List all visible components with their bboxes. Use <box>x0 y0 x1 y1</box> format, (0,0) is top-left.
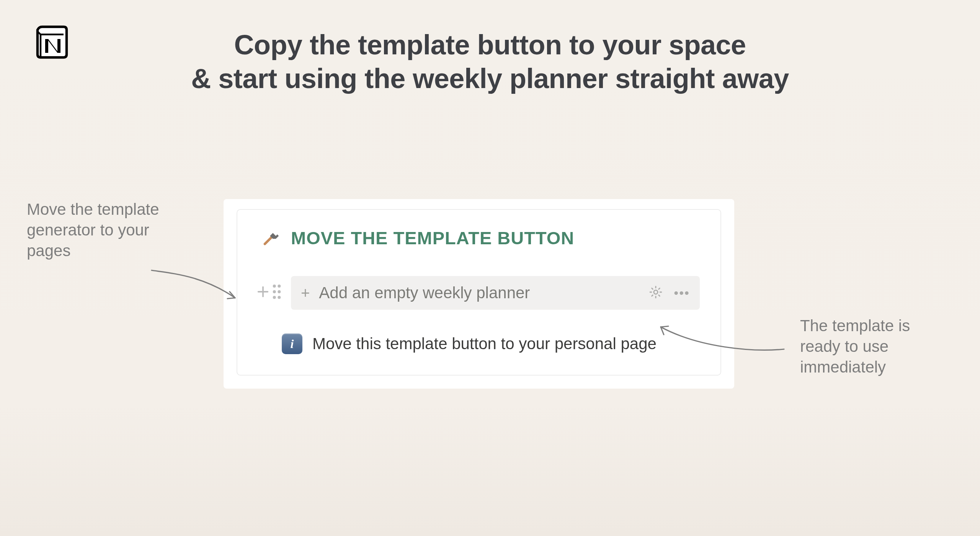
heading-line-2: & start using the weekly planner straigh… <box>191 63 789 94</box>
info-text: Move this template button to your person… <box>312 335 657 353</box>
arrow-right-icon <box>653 322 787 357</box>
info-icon: i <box>282 333 302 354</box>
svg-point-4 <box>273 296 276 299</box>
template-button[interactable]: + Add an empty weekly planner ••• <box>291 276 700 310</box>
drag-handle-icon[interactable] <box>271 281 283 304</box>
card: MOVE THE TEMPLATE BUTTON + Add an empty … <box>224 199 734 389</box>
arrow-left-icon <box>149 268 243 306</box>
card-header: MOVE THE TEMPLATE BUTTON <box>263 227 700 248</box>
info-row: i Move this template button to your pers… <box>282 333 700 354</box>
add-block-icon[interactable] <box>255 281 271 304</box>
svg-point-3 <box>278 290 281 293</box>
hammer-icon <box>263 229 280 248</box>
svg-point-0 <box>273 284 276 288</box>
template-button-label: Add an empty weekly planner <box>319 284 648 302</box>
svg-point-5 <box>278 296 281 299</box>
page-heading: Copy the template button to your space &… <box>0 28 980 96</box>
svg-point-1 <box>278 284 281 288</box>
card-inner: MOVE THE TEMPLATE BUTTON + Add an empty … <box>237 209 721 376</box>
annotation-left: Move the template generator to your page… <box>27 199 188 261</box>
gear-icon[interactable] <box>648 285 663 301</box>
card-title: MOVE THE TEMPLATE BUTTON <box>291 227 574 248</box>
heading-line-1: Copy the template button to your space <box>234 29 746 60</box>
block-row: + Add an empty weekly planner ••• <box>259 276 700 310</box>
annotation-right: The template is ready to use immediately <box>800 315 938 377</box>
more-icon[interactable]: ••• <box>674 286 690 301</box>
plus-icon: + <box>301 284 310 302</box>
svg-point-2 <box>273 290 276 293</box>
svg-point-6 <box>654 290 658 294</box>
